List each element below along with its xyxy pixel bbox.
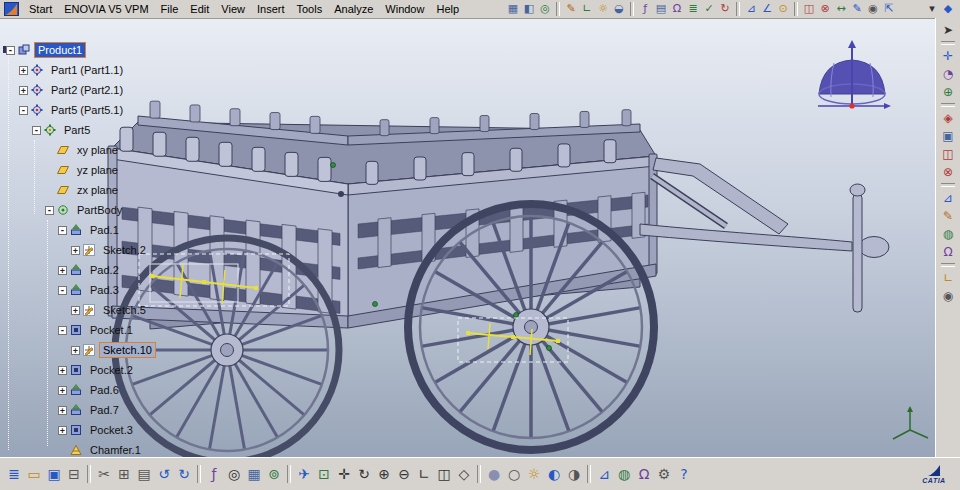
tree-item-yz-plane[interactable]: yz plane bbox=[2, 160, 232, 180]
tree-item-label[interactable]: Pad.3 bbox=[86, 282, 123, 298]
ruler-icon[interactable]: ∟ bbox=[579, 1, 595, 17]
scene-capture-icon[interactable]: ◉ bbox=[938, 287, 958, 305]
menu-view[interactable]: View bbox=[215, 2, 251, 16]
tree-expander-icon[interactable]: - bbox=[32, 126, 41, 135]
cut-icon[interactable]: ✂ bbox=[94, 464, 114, 484]
mass-properties-icon[interactable]: ⊙ bbox=[775, 1, 791, 17]
hide-show-icon[interactable]: ◐ bbox=[544, 464, 564, 484]
check-editor-icon[interactable]: ✓ bbox=[701, 1, 717, 17]
wireframe-mode-icon[interactable]: ○ bbox=[504, 464, 524, 484]
distance-band-icon[interactable]: ↔ bbox=[833, 1, 849, 17]
create-multi-view-icon[interactable]: ◫ bbox=[434, 464, 454, 484]
tree-item-pad-1[interactable]: -Pad.1 bbox=[2, 220, 232, 240]
clash-analysis-icon[interactable]: ⊗ bbox=[938, 163, 958, 181]
window-list-icon[interactable]: ▾ bbox=[924, 1, 940, 17]
tree-item-zx-plane[interactable]: zx plane bbox=[2, 180, 232, 200]
tree-expander-icon[interactable]: + bbox=[71, 346, 80, 355]
tree-expander-icon[interactable]: + bbox=[58, 426, 67, 435]
tree-item-pad-6[interactable]: +Pad.6 bbox=[2, 380, 232, 400]
normal-view-icon[interactable]: ∟ bbox=[414, 464, 434, 484]
snap-to-point-icon[interactable]: ⊚ bbox=[264, 464, 284, 484]
menu-edit[interactable]: Edit bbox=[184, 2, 215, 16]
tree-item-xy-plane[interactable]: xy plane bbox=[2, 140, 232, 160]
design-table-icon[interactable]: ▤ bbox=[653, 1, 669, 17]
render-style-icon[interactable]: ◧ bbox=[521, 1, 537, 17]
3d-viewport[interactable]: -Product1+Part1 (Part1.1)+Part2 (Part2.1… bbox=[0, 18, 936, 458]
copy-icon[interactable]: ⊞ bbox=[114, 464, 134, 484]
visualization-filter-icon[interactable]: ▦ bbox=[505, 1, 521, 17]
paste-icon[interactable]: ▤ bbox=[134, 464, 154, 484]
tree-expander-icon[interactable]: - bbox=[6, 46, 15, 55]
tree-item-part5[interactable]: -Part5 bbox=[2, 120, 232, 140]
tree-expander-icon[interactable]: + bbox=[71, 306, 80, 315]
menu-insert[interactable]: Insert bbox=[251, 2, 291, 16]
whats-this-icon[interactable]: ? bbox=[674, 464, 694, 484]
menu-analyze[interactable]: Analyze bbox=[328, 2, 379, 16]
tree-expander-icon[interactable]: + bbox=[58, 366, 67, 375]
tree-item-label[interactable]: Pocket.2 bbox=[86, 362, 137, 378]
tree-item-partbody[interactable]: -PartBody bbox=[2, 200, 232, 220]
tree-item-label[interactable]: Pad.2 bbox=[86, 262, 123, 278]
zoom-in-icon[interactable]: ⊕ bbox=[374, 464, 394, 484]
lighting-icon[interactable]: ☼ bbox=[524, 464, 544, 484]
tree-item-label[interactable]: Sketch.2 bbox=[99, 242, 150, 258]
space-analysis-icon[interactable]: ◈ bbox=[938, 109, 958, 127]
tree-expander-icon[interactable]: - bbox=[19, 106, 28, 115]
tree-item-label[interactable]: Sketch.10 bbox=[99, 342, 156, 358]
move-icon[interactable]: ✛ bbox=[938, 47, 958, 65]
menu-window[interactable]: Window bbox=[379, 2, 430, 16]
zoom-out-icon[interactable]: ⊖ bbox=[394, 464, 414, 484]
compass-manipulation-icon[interactable]: ◔ bbox=[938, 65, 958, 83]
formula-fx-icon[interactable]: ƒ bbox=[204, 464, 224, 484]
tree-item-label[interactable]: Pad.6 bbox=[86, 382, 123, 398]
tree-item-sketch-5[interactable]: +Sketch.5 bbox=[2, 300, 232, 320]
measure-between-icon[interactable]: ⊿ bbox=[743, 1, 759, 17]
measure-item-icon[interactable]: ∠ bbox=[759, 1, 775, 17]
tree-item-part5-part5-1[interactable]: -Part5 (Part5.1) bbox=[2, 100, 232, 120]
catalog-icon[interactable]: ◍ bbox=[614, 464, 634, 484]
workbench-icon[interactable]: ◆ bbox=[940, 1, 956, 17]
tree-item-part1-part1-1[interactable]: +Part1 (Part1.1) bbox=[2, 60, 232, 80]
tree-item-label[interactable]: Chamfer.1 bbox=[86, 442, 145, 458]
swap-visible-space-icon[interactable]: ◑ bbox=[564, 464, 584, 484]
undo-icon[interactable]: ↺ bbox=[154, 464, 174, 484]
tree-item-pad-3[interactable]: -Pad.3 bbox=[2, 280, 232, 300]
tree-item-label[interactable]: zx plane bbox=[73, 182, 122, 198]
tree-item-chamfer-1[interactable]: Chamfer.1 bbox=[2, 440, 232, 458]
tree-item-pad-2[interactable]: +Pad.2 bbox=[2, 260, 232, 280]
tree-item-sketch-10[interactable]: +Sketch.10 bbox=[2, 340, 232, 360]
specification-tree-toggle-icon[interactable]: ≣ bbox=[4, 464, 24, 484]
knowledge-tools-icon[interactable]: Ω bbox=[938, 243, 958, 261]
catalog-browser-icon[interactable]: ◍ bbox=[938, 225, 958, 243]
isometric-view-icon[interactable]: ◇ bbox=[454, 464, 474, 484]
pan-icon[interactable]: ✛ bbox=[334, 464, 354, 484]
menu-help[interactable]: Help bbox=[430, 2, 465, 16]
knowledge-icon[interactable]: Ω bbox=[669, 1, 685, 17]
tree-expander-icon[interactable]: + bbox=[58, 266, 67, 275]
open-icon[interactable]: ▭ bbox=[24, 464, 44, 484]
annotation-3d-icon[interactable]: ✎ bbox=[849, 1, 865, 17]
shading-mode-icon[interactable]: ● bbox=[484, 464, 504, 484]
tree-item-label[interactable]: PartBody bbox=[73, 202, 126, 218]
tree-expander-icon[interactable]: - bbox=[58, 226, 67, 235]
knowledge-b-icon[interactable]: Ω bbox=[634, 464, 654, 484]
menu-file[interactable]: File bbox=[155, 2, 185, 16]
tree-expander-icon[interactable]: + bbox=[58, 406, 67, 415]
section-view-icon[interactable]: ◫ bbox=[938, 145, 958, 163]
tree-item-product1[interactable]: -Product1 bbox=[2, 40, 232, 60]
tree-item-label[interactable]: Product1 bbox=[34, 42, 86, 58]
tree-item-label[interactable]: Pocket.3 bbox=[86, 422, 137, 438]
tree-item-pocket-2[interactable]: +Pocket.2 bbox=[2, 360, 232, 380]
work-on-support-icon[interactable]: ▦ bbox=[244, 464, 264, 484]
paint-icon[interactable]: ✎ bbox=[563, 1, 579, 17]
menu-tools[interactable]: Tools bbox=[290, 2, 328, 16]
tree-item-label[interactable]: Sketch.5 bbox=[99, 302, 150, 318]
tree-expander-icon[interactable]: - bbox=[58, 326, 67, 335]
depth-effect-icon[interactable]: ◒ bbox=[611, 1, 627, 17]
tree-expander-icon[interactable]: - bbox=[45, 206, 54, 215]
sectioning-icon[interactable]: ◫ bbox=[801, 1, 817, 17]
menu-enovia-v5-vpm[interactable]: ENOVIA V5 VPM bbox=[58, 2, 154, 16]
tree-item-label[interactable]: Part5 (Part5.1) bbox=[47, 102, 127, 118]
axis-system-icon[interactable]: ∟ bbox=[938, 269, 958, 287]
tree-expander-icon[interactable]: - bbox=[58, 286, 67, 295]
